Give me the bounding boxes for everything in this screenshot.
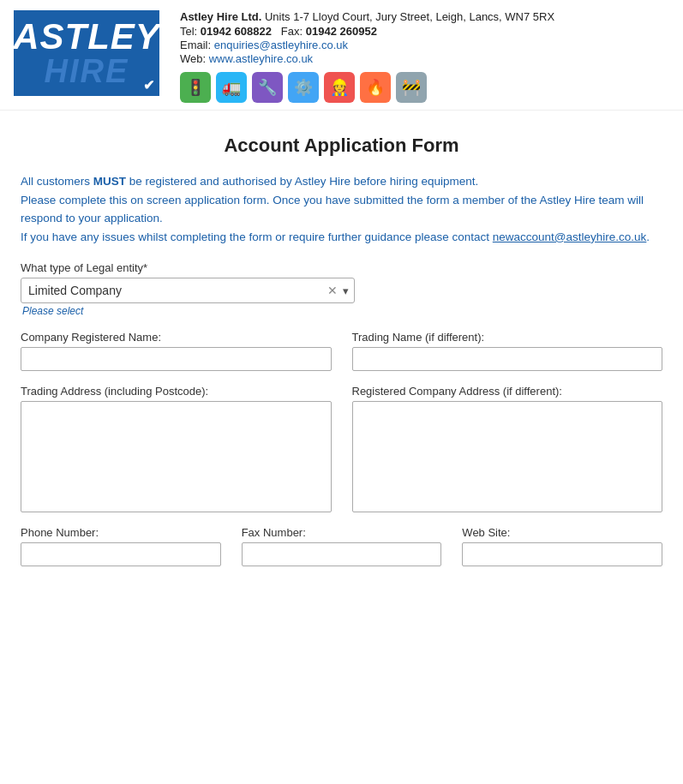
vehicle-icon: 🚛 bbox=[216, 72, 247, 103]
header: ASTLEY HIRE ✔ Astley Hire Ltd. Units 1-7… bbox=[0, 0, 683, 111]
address-row: Trading Address (including Postcode): Re… bbox=[21, 385, 662, 512]
company-logo: ASTLEY HIRE ✔ bbox=[14, 10, 159, 96]
web-link[interactable]: www.astleyhire.co.uk bbox=[209, 52, 313, 65]
company-name-group: Company Registered Name: bbox=[21, 331, 332, 371]
page-title: Account Application Form bbox=[21, 135, 662, 157]
email-link[interactable]: enquiries@astleyhire.co.uk bbox=[214, 39, 348, 51]
contact-row: Phone Number: Fax Number: Web Site: bbox=[21, 526, 662, 566]
main-content: Account Application Form All customers M… bbox=[0, 111, 683, 587]
info-line-3: If you have any issues whilst completing… bbox=[21, 228, 662, 247]
flame-icon: 🔥 bbox=[360, 72, 391, 103]
phone-group: Phone Number: bbox=[21, 526, 221, 566]
info-block: All customers MUST be registered and aut… bbox=[21, 172, 662, 246]
fax-number-label: Fax Number: bbox=[242, 526, 442, 539]
tel-line: Tel: 01942 608822 Fax: 01942 260952 bbox=[180, 25, 669, 38]
info-email-link[interactable]: newaccount@astleyhire.co.uk bbox=[493, 230, 647, 243]
application-form: What type of Legal entity* ✕ ▾ Please se… bbox=[21, 261, 662, 566]
email-label: Email: bbox=[180, 39, 211, 51]
info-line3-post: . bbox=[646, 230, 650, 243]
trading-name-input[interactable] bbox=[352, 347, 663, 371]
fax-label: Fax: bbox=[281, 25, 303, 38]
please-select-hint: Please select bbox=[22, 305, 662, 317]
website-label: Web Site: bbox=[462, 526, 662, 539]
trading-address-input[interactable] bbox=[21, 401, 332, 512]
header-info: Astley Hire Ltd. Units 1-7 Lloyd Court, … bbox=[180, 10, 669, 103]
fax-group: Fax Number: bbox=[242, 526, 442, 566]
company-name-label: Company Registered Name: bbox=[21, 331, 332, 344]
trading-name-group: Trading Name (if different): bbox=[352, 331, 663, 371]
logo-astley: ASTLEY bbox=[13, 19, 160, 55]
chevron-down-icon[interactable]: ▾ bbox=[341, 284, 354, 297]
info-line1-pre: All customers bbox=[21, 175, 93, 188]
tools-icon: 🔧 bbox=[252, 72, 283, 103]
registered-address-input[interactable] bbox=[352, 401, 663, 512]
email-line: Email: enquiries@astleyhire.co.uk bbox=[180, 39, 669, 51]
web-label: Web: bbox=[180, 52, 206, 65]
company-address: Astley Hire Ltd. Units 1-7 Lloyd Court, … bbox=[180, 10, 669, 23]
info-line-2: Please complete this on screen applicati… bbox=[21, 191, 662, 228]
website-group: Web Site: bbox=[462, 526, 662, 566]
tel-label: Tel: bbox=[180, 25, 197, 38]
info-must: MUST bbox=[93, 175, 126, 188]
fax-input[interactable] bbox=[242, 542, 442, 566]
trading-address-label: Trading Address (including Postcode): bbox=[21, 385, 332, 398]
info-line-1: All customers MUST be registered and aut… bbox=[21, 172, 662, 191]
phone-label: Phone Number: bbox=[21, 526, 221, 539]
icon-row: 🚦 🚛 🔧 ⚙️ 👷 🔥 🚧 bbox=[180, 72, 669, 103]
legal-entity-input[interactable] bbox=[21, 278, 324, 302]
legal-entity-select-wrapper[interactable]: ✕ ▾ bbox=[21, 278, 355, 303]
phone-input[interactable] bbox=[21, 542, 221, 566]
trading-name-label: Trading Name (if different): bbox=[352, 331, 663, 344]
address-text: Units 1-7 Lloyd Court, Jury Street, Leig… bbox=[265, 10, 554, 23]
gear-icon: ⚙️ bbox=[288, 72, 319, 103]
trading-address-group: Trading Address (including Postcode): bbox=[21, 385, 332, 512]
gate-icon: 🚧 bbox=[396, 72, 427, 103]
person-icon: 👷 bbox=[324, 72, 355, 103]
logo-hire: HIRE bbox=[45, 55, 129, 87]
logo-checkmark: ✔ bbox=[143, 79, 154, 93]
legal-entity-label: What type of Legal entity* bbox=[21, 261, 662, 274]
company-name: Astley Hire Ltd. bbox=[180, 10, 261, 23]
registered-address-label: Registered Company Address (if different… bbox=[352, 385, 663, 398]
traffic-icon: 🚦 bbox=[180, 72, 211, 103]
website-input[interactable] bbox=[462, 542, 662, 566]
clear-icon[interactable]: ✕ bbox=[324, 284, 341, 297]
web-line: Web: www.astleyhire.co.uk bbox=[180, 52, 669, 65]
registered-address-group: Registered Company Address (if different… bbox=[352, 385, 663, 512]
names-row: Company Registered Name: Trading Name (i… bbox=[21, 331, 662, 371]
fax-number: 01942 260952 bbox=[306, 25, 377, 38]
company-name-input[interactable] bbox=[21, 347, 332, 371]
info-line3-pre: If you have any issues whilst completing… bbox=[21, 230, 493, 243]
legal-entity-field: What type of Legal entity* ✕ ▾ Please se… bbox=[21, 261, 662, 317]
tel-number: 01942 608822 bbox=[201, 25, 272, 38]
info-line1-post: be registered and authorised by Astley H… bbox=[126, 175, 478, 188]
